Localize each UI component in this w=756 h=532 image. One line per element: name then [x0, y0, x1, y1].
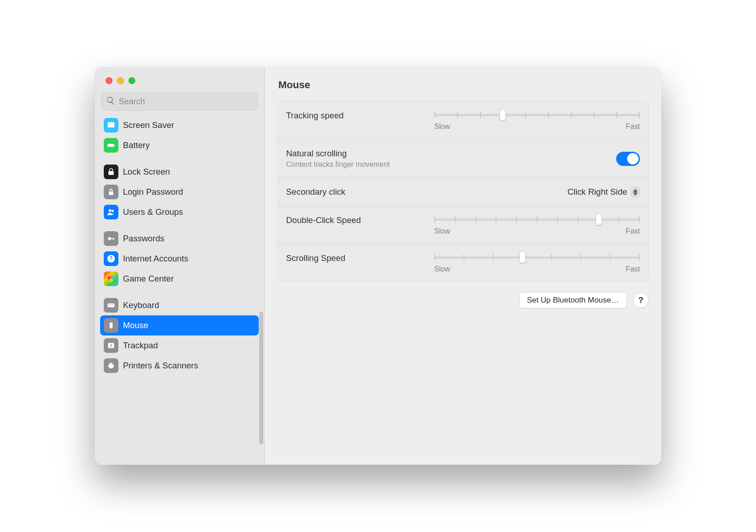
- sidebar-scrollbar-thumb[interactable]: [259, 312, 263, 444]
- printers-scanners-icon: [104, 358, 118, 373]
- sidebar-item-login-password[interactable]: Login Password: [100, 182, 259, 202]
- row-tracking-speed: Tracking speed SlowFast: [278, 101, 648, 139]
- slider-max-label: Fast: [626, 227, 640, 235]
- sidebar-item-trackpad[interactable]: Trackpad: [100, 335, 259, 356]
- sidebar-item-label: Trackpad: [123, 340, 158, 351]
- screen-saver-icon: [104, 118, 118, 133]
- internet-accounts-icon: [104, 251, 118, 266]
- double-click-speed-label: Double-Click Speed: [286, 215, 425, 225]
- slider-max-label: Fast: [626, 265, 640, 273]
- slider-thumb[interactable]: [500, 109, 506, 121]
- login-password-icon: [104, 185, 118, 199]
- game-center-icon: [104, 271, 118, 286]
- sidebar-item-lock-screen[interactable]: Lock Screen: [100, 162, 259, 182]
- sidebar-scroll[interactable]: Screen SaverBatteryLock ScreenLogin Pass…: [95, 115, 264, 465]
- secondary-click-dropdown[interactable]: Click Right Side: [567, 186, 640, 197]
- svg-rect-8: [111, 238, 114, 239]
- row-scrolling-speed: Scrolling Speed SlowFast: [278, 244, 648, 282]
- svg-rect-1: [108, 144, 114, 147]
- help-button[interactable]: ?: [633, 293, 649, 308]
- sidebar-item-label: Printers & Scanners: [123, 361, 198, 371]
- sidebar-item-label: Users & Groups: [123, 207, 183, 217]
- setup-bluetooth-mouse-button[interactable]: Set Up Bluetooth Mouse…: [519, 292, 627, 309]
- sidebar-item-label: Keyboard: [123, 300, 159, 310]
- window-controls: [95, 67, 264, 84]
- scrolling-speed-slider[interactable]: SlowFast: [434, 253, 640, 273]
- sidebar-item-label: Battery: [123, 140, 150, 150]
- system-settings-window: Screen SaverBatteryLock ScreenLogin Pass…: [95, 67, 661, 465]
- sidebar-item-label: Lock Screen: [123, 167, 170, 177]
- slider-thumb[interactable]: [519, 251, 526, 263]
- sidebar-item-label: Passwords: [123, 234, 164, 244]
- search-input[interactable]: [119, 97, 253, 106]
- sidebar-item-printers-scanners[interactable]: Printers & Scanners: [100, 356, 259, 376]
- natural-scrolling-sublabel: Content tracks finger movement: [286, 160, 607, 169]
- svg-rect-16: [112, 304, 113, 305]
- slider-min-label: Slow: [434, 122, 450, 131]
- tracking-speed-label: Tracking speed: [286, 111, 425, 121]
- sidebar-item-screen-saver[interactable]: Screen Saver: [100, 115, 259, 135]
- svg-point-12: [109, 278, 113, 282]
- maximize-window-button[interactable]: [128, 77, 135, 84]
- sidebar-item-game-center[interactable]: Game Center: [100, 269, 259, 289]
- slider-max-label: Fast: [626, 122, 640, 131]
- updown-icon: [631, 186, 640, 197]
- svg-rect-2: [114, 144, 115, 146]
- natural-scrolling-label: Natural scrolling: [286, 149, 607, 159]
- settings-panel: Tracking speed SlowFast Natural scrollin…: [277, 101, 649, 282]
- svg-point-5: [109, 209, 112, 212]
- svg-point-7: [108, 237, 111, 240]
- svg-rect-4: [109, 192, 113, 195]
- minimize-window-button[interactable]: [117, 77, 124, 84]
- sidebar-item-label: Mouse: [123, 320, 149, 330]
- sidebar-item-battery[interactable]: Battery: [100, 135, 259, 155]
- slider-min-label: Slow: [434, 227, 450, 235]
- sidebar-item-keyboard[interactable]: Keyboard: [100, 295, 259, 315]
- sidebar: Screen SaverBatteryLock ScreenLogin Pass…: [95, 67, 265, 465]
- search-field[interactable]: [101, 92, 258, 111]
- sidebar-item-label: Game Center: [123, 274, 174, 284]
- search-icon: [106, 96, 115, 107]
- users-groups-icon: [104, 205, 118, 219]
- svg-point-6: [112, 210, 114, 212]
- slider-thumb[interactable]: [596, 213, 602, 225]
- battery-icon: [104, 138, 118, 153]
- row-secondary-click: Secondary click Click Right Side: [278, 177, 648, 206]
- svg-rect-3: [108, 171, 114, 175]
- close-window-button[interactable]: [106, 77, 112, 84]
- sidebar-item-label: Screen Saver: [123, 120, 174, 130]
- keyboard-icon: [104, 298, 118, 313]
- sidebar-item-label: Internet Accounts: [123, 254, 188, 264]
- mouse-icon: [104, 318, 118, 333]
- double-click-speed-slider[interactable]: SlowFast: [434, 215, 640, 235]
- sidebar-item-passwords[interactable]: Passwords: [100, 229, 259, 249]
- sidebar-item-label: Login Password: [123, 187, 183, 197]
- sidebar-item-internet-accounts[interactable]: Internet Accounts: [100, 249, 259, 269]
- svg-rect-9: [113, 238, 114, 240]
- footer-buttons: Set Up Bluetooth Mouse… ?: [277, 292, 649, 309]
- svg-rect-17: [110, 322, 113, 328]
- content-pane: Mouse Tracking speed SlowFast Natural sc…: [265, 67, 661, 465]
- secondary-click-label: Secondary click: [286, 187, 558, 197]
- natural-scrolling-toggle[interactable]: [616, 152, 640, 166]
- svg-rect-21: [110, 367, 113, 368]
- svg-rect-20: [110, 363, 113, 364]
- svg-rect-0: [108, 122, 115, 128]
- secondary-click-value: Click Right Side: [567, 187, 627, 197]
- passwords-icon: [104, 231, 118, 246]
- slider-min-label: Slow: [434, 265, 450, 273]
- svg-rect-15: [110, 304, 111, 305]
- tracking-speed-slider[interactable]: SlowFast: [434, 111, 640, 131]
- row-natural-scrolling: Natural scrolling Content tracks finger …: [278, 139, 648, 177]
- page-title: Mouse: [278, 79, 648, 91]
- svg-rect-14: [109, 304, 110, 305]
- trackpad-icon: [104, 338, 118, 353]
- sidebar-item-users-groups[interactable]: Users & Groups: [100, 202, 259, 222]
- row-double-click-speed: Double-Click Speed SlowFast: [278, 206, 648, 244]
- sidebar-item-mouse[interactable]: Mouse: [100, 315, 259, 335]
- lock-screen-icon: [104, 165, 118, 179]
- scrolling-speed-label: Scrolling Speed: [286, 253, 425, 263]
